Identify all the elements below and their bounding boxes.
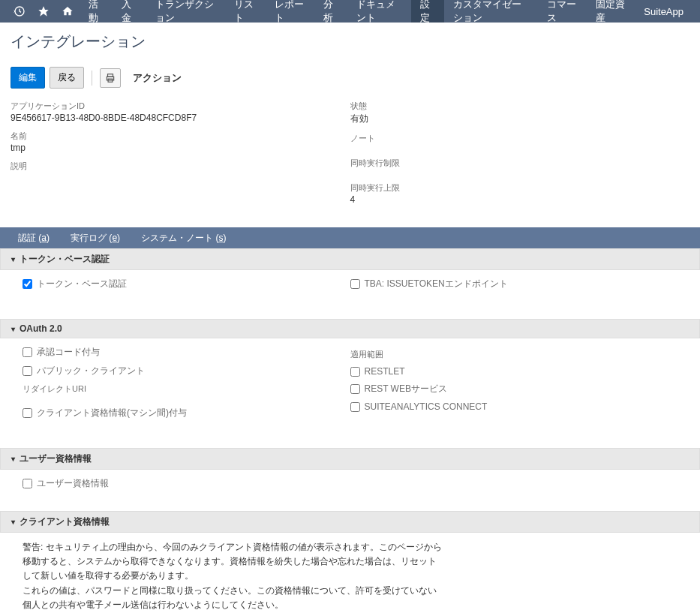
page-header: インテグレーション — [0, 23, 700, 61]
cb-token-auth[interactable] — [23, 279, 32, 289]
cb-token-auth-label: トークン・ベース認証 — [37, 278, 127, 290]
description-label: 説明 — [11, 161, 350, 172]
back-button[interactable]: 戻る — [50, 67, 84, 89]
cb-auth-code-label: 承認コード付与 — [37, 346, 100, 359]
cb-tba-endpoint[interactable] — [350, 279, 360, 289]
field-col-right: 状態 有効 ノート 同時実行制限 同時実行上限 4 — [350, 101, 690, 212]
cb-rest-web-label: REST WEBサービス — [365, 383, 447, 395]
nav-transaction[interactable]: トランザクション — [146, 0, 225, 23]
action-bar: 編集 戻る アクション — [0, 61, 700, 98]
nav-report[interactable]: レポート — [266, 0, 314, 23]
scope-label: 適用範囲 — [350, 349, 678, 360]
field-col-left: アプリケーションID 9E456617-9B13-48D0-8BDE-48D48… — [11, 101, 350, 212]
section-client-cred-header[interactable]: ▾ クライアント資格情報 — [0, 511, 700, 533]
subtabs: 認証 (a) 実行ログ (e) システム・ノート (s) — [0, 227, 700, 248]
cb-rest-web[interactable] — [350, 384, 360, 394]
app-id-label: アプリケーションID — [11, 101, 350, 112]
section-user-cred-body: ユーザー資格情報 — [0, 470, 700, 511]
cb-restlet-label: RESTLET — [365, 366, 405, 377]
section-oauth-header[interactable]: ▾ OAuth 2.0 — [0, 319, 700, 338]
section-token-auth-body: トークン・ベース認証 TBA: ISSUETOKENエンドポイント — [0, 270, 700, 319]
section-user-cred-header[interactable]: ▾ ユーザー資格情報 — [0, 448, 700, 470]
edit-button[interactable]: 編集 — [11, 67, 45, 89]
subtab-exec-log[interactable]: 実行ログ (e) — [60, 227, 131, 248]
cb-public-client-row[interactable]: パブリック・クライアント — [23, 365, 350, 377]
history-icon[interactable] — [8, 0, 32, 23]
state-label: 状態 — [350, 101, 690, 112]
concurrency-max-value: 4 — [350, 194, 690, 205]
cb-suiteanalytics-label: SUITEANALYTICS CONNECT — [365, 401, 488, 412]
cb-restlet-row[interactable]: RESTLET — [350, 366, 678, 377]
client-cred-warning: 警告: セキュリティ上の理由から、今回のみクライアント資格情報の値が表示されます… — [0, 533, 465, 613]
nav-fixed-assets[interactable]: 固定資産 — [587, 0, 635, 23]
nav-suiteapp[interactable]: SuiteApp — [635, 0, 692, 23]
chevron-down-icon: ▾ — [11, 455, 15, 463]
top-nav: 活動 入金 トランザクション リスト レポート 分析 ドキュメント 設定 カスタ… — [0, 0, 700, 23]
cb-client-cred-label: クライアント資格情報(マシン間)付与 — [37, 407, 187, 419]
note-label: ノート — [350, 133, 690, 144]
state-value: 有効 — [350, 113, 690, 125]
nav-settings[interactable]: 設定 — [411, 0, 444, 23]
cb-public-client-label: パブリック・クライアント — [37, 365, 145, 377]
cb-auth-code-row[interactable]: 承認コード付与 — [23, 346, 350, 359]
svg-marker-1 — [38, 6, 48, 16]
cb-client-cred[interactable] — [23, 408, 32, 418]
cb-public-client[interactable] — [23, 366, 32, 376]
name-value: tmp — [11, 143, 350, 153]
cb-auth-code[interactable] — [23, 347, 32, 357]
cb-user-cred-label: ユーザー資格情報 — [37, 477, 109, 490]
divider — [92, 71, 92, 86]
concurrency-limit-label: 同時実行制限 — [350, 158, 690, 169]
nav-activity[interactable]: 活動 — [80, 0, 113, 23]
home-icon[interactable] — [56, 0, 80, 23]
cb-user-cred[interactable] — [23, 479, 32, 488]
section-oauth-body: 承認コード付与 パブリック・クライアント リダイレクトURI クライアント資格情… — [0, 338, 700, 448]
print-button[interactable] — [100, 68, 121, 88]
app-id-value: 9E456617-9B13-48D0-8BDE-48D48CFCD8F7 — [11, 113, 350, 123]
redirect-uri-label: リダイレクトURI — [23, 383, 350, 395]
cb-tba-endpoint-label: TBA: ISSUETOKENエンドポイント — [365, 278, 508, 290]
subtab-sys-note[interactable]: システム・ノート (s) — [131, 227, 236, 248]
cb-user-cred-row[interactable]: ユーザー資格情報 — [23, 477, 677, 490]
fields-area: アプリケーションID 9E456617-9B13-48D0-8BDE-48D48… — [0, 98, 700, 227]
cb-suiteanalytics-row[interactable]: SUITEANALYTICS CONNECT — [350, 401, 678, 412]
action-menu[interactable]: アクション — [133, 71, 182, 85]
chevron-down-icon: ▾ — [11, 325, 15, 333]
nav-list[interactable]: リスト — [225, 0, 266, 23]
cb-restlet[interactable] — [350, 367, 360, 377]
subtab-auth[interactable]: 認証 (a) — [8, 227, 60, 248]
section-token-auth-title: トークン・ベース認証 — [20, 253, 110, 266]
section-token-auth-header[interactable]: ▾ トークン・ベース認証 — [0, 248, 700, 270]
page-title: インテグレーション — [11, 32, 689, 52]
cb-suiteanalytics[interactable] — [350, 402, 360, 412]
nav-analysis[interactable]: 分析 — [314, 0, 347, 23]
cb-client-cred-row[interactable]: クライアント資格情報(マシン間)付与 — [23, 407, 350, 419]
section-client-cred-title: クライアント資格情報 — [20, 515, 110, 528]
section-user-cred-title: ユーザー資格情報 — [20, 452, 92, 465]
nav-commerce[interactable]: コマース — [538, 0, 587, 23]
cb-rest-web-row[interactable]: REST WEBサービス — [350, 383, 678, 395]
cb-tba-endpoint-row[interactable]: TBA: ISSUETOKENエンドポイント — [350, 278, 678, 290]
nav-customization[interactable]: カスタマイゼーション — [444, 0, 538, 23]
nav-deposit[interactable]: 入金 — [113, 0, 146, 23]
star-icon[interactable] — [32, 0, 56, 23]
nav-document[interactable]: ドキュメント — [347, 0, 411, 23]
section-oauth-title: OAuth 2.0 — [20, 323, 62, 334]
name-label: 名前 — [11, 131, 350, 142]
cb-token-auth-row[interactable]: トークン・ベース認証 — [23, 278, 350, 290]
concurrency-max-label: 同時実行上限 — [350, 182, 690, 194]
chevron-down-icon: ▾ — [11, 255, 15, 263]
chevron-down-icon: ▾ — [11, 518, 15, 526]
